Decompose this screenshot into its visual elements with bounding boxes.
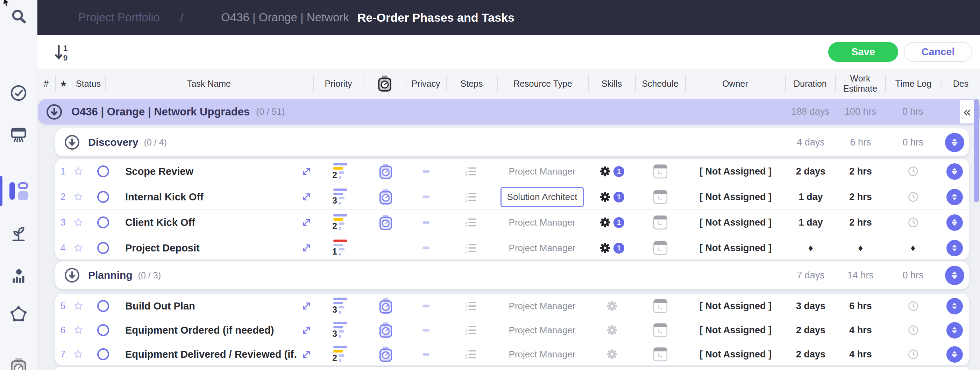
- task-row[interactable]: 6 Equipment Ordered (if needed) 3 Projec…: [55, 318, 969, 342]
- growth-plant-icon[interactable]: [10, 224, 28, 244]
- favorite-star-icon[interactable]: [73, 325, 84, 335]
- time-tracker-icon[interactable]: [379, 189, 393, 205]
- reorder-phase-button[interactable]: [945, 266, 964, 285]
- col-header-description[interactable]: Des: [942, 68, 980, 98]
- time-log-clock-icon[interactable]: [908, 192, 918, 202]
- col-header-task-name[interactable]: Task Name: [105, 68, 313, 98]
- expand-task-icon[interactable]: [301, 243, 311, 253]
- steps-list-icon[interactable]: [465, 192, 476, 202]
- work-estimate-value[interactable]: ♦: [858, 243, 863, 254]
- status-circle[interactable]: [97, 165, 109, 177]
- time-log-clock-icon[interactable]: [908, 349, 918, 359]
- duration-value[interactable]: 2 days: [796, 166, 826, 177]
- reorder-task-button[interactable]: [947, 189, 963, 205]
- favorite-star-icon[interactable]: [73, 301, 84, 311]
- resource-type-value[interactable]: Project Manager: [509, 301, 576, 311]
- favorite-star-icon[interactable]: [73, 243, 84, 253]
- priority-indicator[interactable]: 1: [332, 238, 349, 257]
- gear-icon[interactable]: [600, 243, 610, 253]
- reorder-task-button[interactable]: [947, 240, 963, 256]
- check-circle-icon[interactable]: [10, 85, 27, 103]
- status-circle[interactable]: [97, 216, 109, 229]
- task-name[interactable]: Client Kick Off: [120, 210, 297, 235]
- work-estimate-value[interactable]: 4 hrs: [849, 349, 872, 360]
- resource-type-value[interactable]: Project Manager: [509, 217, 576, 228]
- privacy-dash-icon[interactable]: [423, 329, 430, 332]
- col-header-work-estimate[interactable]: Work Estimate: [835, 68, 885, 98]
- reorder-phase-button[interactable]: [945, 133, 964, 152]
- steps-list-icon[interactable]: [465, 166, 476, 176]
- numeric-sort-icon[interactable]: [54, 43, 72, 62]
- priority-indicator[interactable]: 3: [332, 187, 349, 206]
- skills-cell[interactable]: [607, 349, 617, 359]
- schedule-calendar-icon[interactable]: [653, 189, 668, 204]
- work-estimate-value[interactable]: 4 hrs: [849, 325, 872, 336]
- schedule-calendar-icon[interactable]: [653, 164, 668, 179]
- status-circle[interactable]: [97, 242, 109, 254]
- privacy-dash-icon[interactable]: [423, 170, 430, 173]
- collapse-project-icon[interactable]: [46, 104, 62, 120]
- col-header-time-log[interactable]: Time Log: [885, 68, 942, 98]
- col-header-status[interactable]: Status: [72, 68, 105, 98]
- duration-value[interactable]: ♦: [808, 243, 813, 254]
- time-tracker-icon[interactable]: [379, 214, 393, 230]
- col-header-skills[interactable]: Skills: [588, 68, 635, 98]
- schedule-calendar-icon[interactable]: [653, 347, 668, 362]
- reorder-task-button[interactable]: [947, 163, 963, 180]
- work-estimate-value[interactable]: 2 hrs: [849, 217, 872, 228]
- task-name[interactable]: Internal Kick Off: [120, 184, 297, 210]
- task-name[interactable]: Build Out Plan: [120, 294, 297, 318]
- privacy-dash-icon[interactable]: [423, 353, 430, 356]
- status-circle[interactable]: [97, 191, 109, 203]
- time-tracker-icon[interactable]: [379, 322, 393, 338]
- col-header-time-tracker-icon[interactable]: [364, 68, 406, 98]
- gear-icon[interactable]: [600, 166, 610, 176]
- duration-value[interactable]: 2 days: [796, 349, 826, 360]
- task-name[interactable]: Scope Review: [120, 159, 297, 184]
- expand-task-icon[interactable]: [301, 218, 311, 227]
- skills-cell[interactable]: [607, 301, 617, 311]
- schedule-calendar-icon[interactable]: [653, 323, 668, 337]
- priority-indicator[interactable]: 3: [332, 297, 349, 316]
- priority-indicator[interactable]: 2: [332, 213, 349, 232]
- gear-icon[interactable]: [607, 349, 617, 359]
- reorder-task-button[interactable]: [947, 322, 963, 338]
- command-board-icon[interactable]: [10, 125, 28, 145]
- owner-value[interactable]: [ Not Assigned ]: [700, 325, 772, 336]
- col-header-schedule[interactable]: Schedule: [635, 68, 685, 98]
- col-header-privacy[interactable]: Privacy: [406, 68, 446, 98]
- owner-value[interactable]: [ Not Assigned ]: [700, 243, 772, 254]
- favorite-star-icon[interactable]: [73, 217, 84, 228]
- owner-value[interactable]: [ Not Assigned ]: [700, 166, 772, 177]
- team-stats-icon[interactable]: [10, 268, 27, 286]
- time-tracker-icon[interactable]: [379, 346, 393, 362]
- task-row[interactable]: 4 Project Deposit 1 Project Manager 1 [ …: [55, 235, 969, 259]
- gear-icon[interactable]: [607, 301, 617, 311]
- owner-value[interactable]: [ Not Assigned ]: [700, 192, 772, 202]
- expand-task-icon[interactable]: [301, 167, 311, 176]
- reorder-task-button[interactable]: [947, 346, 963, 363]
- resource-type-value[interactable]: Project Manager: [509, 166, 576, 177]
- status-circle[interactable]: [97, 324, 109, 336]
- task-name[interactable]: Equipment Delivered / Reviewed (if…: [120, 342, 297, 365]
- priority-indicator[interactable]: 2: [332, 345, 349, 364]
- owner-value[interactable]: [ Not Assigned ]: [700, 217, 772, 228]
- phase-row[interactable]: Discovery (0 / 4) 4 days 6 hrs 0 hrs: [55, 129, 969, 156]
- resource-type-value[interactable]: Solution Architect: [501, 187, 584, 207]
- expand-task-icon[interactable]: [301, 325, 311, 335]
- work-estimate-value[interactable]: 2 hrs: [849, 166, 872, 177]
- phase-row[interactable]: Planning (0 / 3) 7 days 14 hrs 0 hrs: [55, 261, 969, 289]
- time-tracker-icon[interactable]: [379, 163, 393, 179]
- col-header-priority[interactable]: Priority: [313, 68, 364, 98]
- schedule-calendar-icon[interactable]: [653, 215, 668, 230]
- steps-list-icon[interactable]: [465, 349, 476, 359]
- task-row[interactable]: 5 Build Out Plan 3 Project Manager [ Not…: [55, 294, 969, 318]
- schedule-calendar-icon[interactable]: [653, 241, 668, 255]
- owner-value[interactable]: [ Not Assigned ]: [700, 301, 772, 311]
- reorder-task-button[interactable]: [947, 298, 963, 314]
- resource-type-value[interactable]: Project Manager: [509, 243, 576, 254]
- skills-cell[interactable]: 1: [600, 243, 624, 254]
- resource-type-value[interactable]: Project Manager: [509, 349, 576, 360]
- duration-value[interactable]: 1 day: [799, 217, 822, 228]
- resource-type-value[interactable]: Project Manager: [509, 325, 576, 336]
